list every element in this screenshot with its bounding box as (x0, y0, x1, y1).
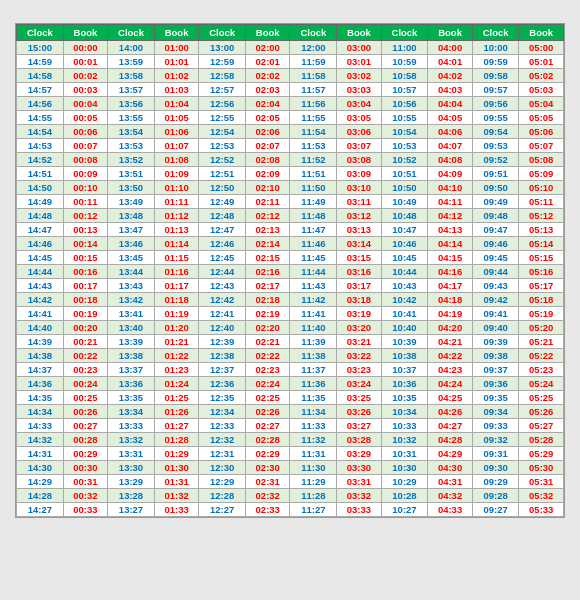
book-cell: 01:14 (154, 237, 198, 251)
clock-cell: 11:55 (290, 111, 337, 125)
book-cell: 00:09 (63, 167, 107, 181)
book-cell: 03:12 (337, 209, 381, 223)
book-cell: 03:29 (337, 447, 381, 461)
table-row: 14:3500:2513:3501:2512:3502:2511:3503:25… (17, 391, 564, 405)
clock-cell: 14:45 (17, 251, 64, 265)
clock-cell: 11:29 (290, 475, 337, 489)
clock-cell: 14:32 (17, 433, 64, 447)
book-cell: 05:15 (519, 251, 564, 265)
book-cell: 02:14 (246, 237, 290, 251)
book-cell: 01:32 (154, 489, 198, 503)
clock-cell: 11:47 (290, 223, 337, 237)
book-cell: 00:23 (63, 363, 107, 377)
book-cell: 01:16 (154, 265, 198, 279)
clock-cell: 11:33 (290, 419, 337, 433)
table-row: 14:5500:0513:5501:0512:5502:0511:5503:05… (17, 111, 564, 125)
book-cell: 02:11 (246, 195, 290, 209)
clock-cell: 13:36 (108, 377, 155, 391)
clock-cell: 09:29 (472, 475, 519, 489)
book-cell: 04:24 (428, 377, 472, 391)
clock-cell: 12:30 (199, 461, 246, 475)
book-cell: 03:04 (337, 97, 381, 111)
book-cell: 00:17 (63, 279, 107, 293)
book-cell: 03:22 (337, 349, 381, 363)
book-cell: 05:01 (519, 55, 564, 69)
clock-cell: 14:43 (17, 279, 64, 293)
table-row: 14:5700:0313:5701:0312:5702:0311:5703:03… (17, 83, 564, 97)
clock-header: Clock (199, 25, 246, 41)
table-row: 14:4000:2013:4001:2012:4002:2011:4003:20… (17, 321, 564, 335)
clock-cell: 10:34 (381, 405, 428, 419)
clock-cell: 12:37 (199, 363, 246, 377)
clock-cell: 14:33 (17, 419, 64, 433)
book-cell: 02:24 (246, 377, 290, 391)
book-cell: 01:28 (154, 433, 198, 447)
book-cell: 03:18 (337, 293, 381, 307)
clock-cell: 09:34 (472, 405, 519, 419)
clock-cell: 10:49 (381, 195, 428, 209)
clock-cell: 10:38 (381, 349, 428, 363)
time-table: ClockBookClockBookClockBookClockBookCloc… (16, 24, 564, 517)
book-cell: 03:16 (337, 265, 381, 279)
book-cell: 05:07 (519, 139, 564, 153)
book-cell: 04:06 (428, 125, 472, 139)
book-cell: 04:13 (428, 223, 472, 237)
clock-cell: 10:55 (381, 111, 428, 125)
book-cell: 03:24 (337, 377, 381, 391)
clock-cell: 09:37 (472, 363, 519, 377)
book-cell: 02:16 (246, 265, 290, 279)
book-cell: 01:23 (154, 363, 198, 377)
clock-cell: 13:42 (108, 293, 155, 307)
clock-cell: 11:27 (290, 503, 337, 517)
clock-cell: 10:39 (381, 335, 428, 349)
book-cell: 02:08 (246, 153, 290, 167)
clock-cell: 10:00 (472, 41, 519, 55)
book-cell: 00:13 (63, 223, 107, 237)
book-cell: 05:16 (519, 265, 564, 279)
clock-cell: 11:38 (290, 349, 337, 363)
clock-cell: 12:50 (199, 181, 246, 195)
clock-cell: 09:27 (472, 503, 519, 517)
book-cell: 04:22 (428, 349, 472, 363)
clock-cell: 11:51 (290, 167, 337, 181)
book-cell: 02:22 (246, 349, 290, 363)
book-header: Book (63, 25, 107, 41)
book-cell: 05:22 (519, 349, 564, 363)
clock-cell: 12:59 (199, 55, 246, 69)
clock-header: Clock (472, 25, 519, 41)
clock-cell: 11:28 (290, 489, 337, 503)
clock-cell: 09:33 (472, 419, 519, 433)
book-cell: 03:13 (337, 223, 381, 237)
clock-cell: 10:58 (381, 69, 428, 83)
table-row: 14:3200:2813:3201:2812:3202:2811:3203:28… (17, 433, 564, 447)
book-cell: 04:26 (428, 405, 472, 419)
clock-cell: 10:42 (381, 293, 428, 307)
book-cell: 01:19 (154, 307, 198, 321)
book-cell: 05:02 (519, 69, 564, 83)
clock-cell: 09:48 (472, 209, 519, 223)
book-cell: 04:14 (428, 237, 472, 251)
table-row: 14:5800:0213:5801:0212:5802:0211:5803:02… (17, 69, 564, 83)
book-cell: 01:24 (154, 377, 198, 391)
book-cell: 05:11 (519, 195, 564, 209)
book-cell: 04:07 (428, 139, 472, 153)
clock-cell: 10:51 (381, 167, 428, 181)
book-cell: 00:32 (63, 489, 107, 503)
book-cell: 04:32 (428, 489, 472, 503)
book-cell: 02:31 (246, 475, 290, 489)
book-cell: 02:15 (246, 251, 290, 265)
book-cell: 03:09 (337, 167, 381, 181)
conversion-chart: ClockBookClockBookClockBookClockBookCloc… (15, 23, 565, 518)
clock-cell: 14:57 (17, 83, 64, 97)
book-cell: 01:33 (154, 503, 198, 517)
clock-cell: 14:35 (17, 391, 64, 405)
table-row: 14:3800:2213:3801:2212:3802:2211:3803:22… (17, 349, 564, 363)
clock-cell: 09:38 (472, 349, 519, 363)
book-cell: 01:04 (154, 97, 198, 111)
clock-cell: 13:51 (108, 167, 155, 181)
book-cell: 05:30 (519, 461, 564, 475)
book-cell: 00:14 (63, 237, 107, 251)
book-cell: 04:04 (428, 97, 472, 111)
clock-cell: 09:32 (472, 433, 519, 447)
book-cell: 05:29 (519, 447, 564, 461)
